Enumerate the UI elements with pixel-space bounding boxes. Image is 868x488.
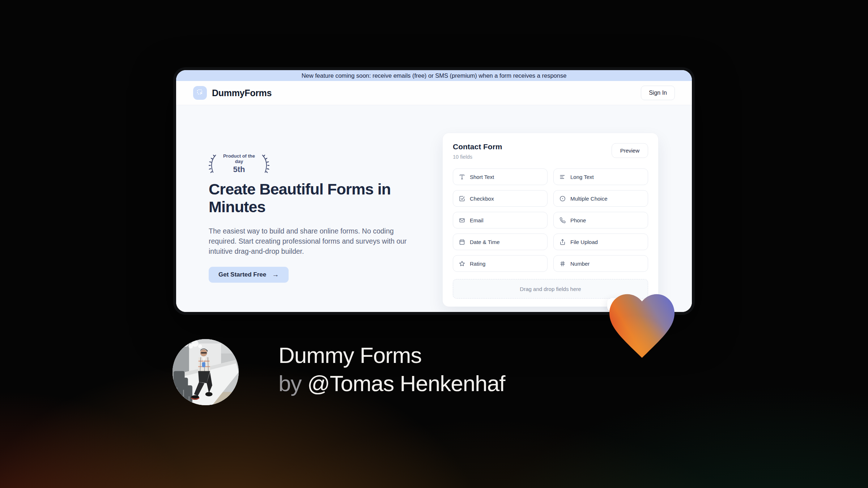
field-button-short-text[interactable]: Short Text	[453, 168, 548, 185]
caption: Dummy Forms by @Tomas Henkenhaf	[278, 341, 505, 398]
envelope-icon	[459, 217, 465, 223]
avatar	[173, 339, 239, 405]
star-icon	[459, 261, 465, 267]
arrow-right-icon: →	[272, 271, 279, 279]
avatar-photo	[173, 339, 239, 405]
phone-icon	[559, 217, 566, 223]
field-button-number[interactable]: Number	[553, 255, 648, 272]
heart-icon	[606, 293, 678, 359]
badge-line1: Product of the day	[219, 153, 259, 164]
field-button-multiple-choice[interactable]: Multiple Choice	[553, 190, 648, 207]
hero-section: Product of the day 5th Create Beautifu	[176, 105, 692, 312]
field-button-date-time[interactable]: Date & Time	[453, 234, 548, 250]
caption-byline: by @Tomas Henkenhaf	[278, 369, 505, 398]
byline-handle: @Tomas Henkenhaf	[307, 371, 505, 396]
get-started-button[interactable]: Get Started Free →	[209, 267, 289, 283]
field-button-email[interactable]: Email	[453, 212, 548, 228]
announcement-banner: New feature coming soon: receive emails …	[176, 70, 692, 81]
calendar-icon	[459, 239, 465, 245]
field-button-rating[interactable]: Rating	[453, 255, 548, 272]
long-text-icon	[559, 174, 566, 180]
checkbox-icon	[459, 196, 465, 202]
sign-in-button[interactable]: Sign In	[641, 86, 675, 100]
caption-title: Dummy Forms	[278, 341, 505, 369]
field-grid: Short Text Long Text Checkbox Multiple C…	[453, 168, 648, 272]
page-title: Create Beautiful Forms in Minutes	[209, 180, 411, 216]
badge-rank: 5th	[219, 165, 259, 174]
field-button-file-upload[interactable]: File Upload	[553, 234, 648, 250]
dashed-select-cursor-icon	[196, 88, 204, 98]
radio-icon	[559, 196, 566, 202]
field-button-phone[interactable]: Phone	[553, 212, 648, 228]
app-logo[interactable]	[193, 86, 207, 100]
short-text-icon	[459, 174, 465, 180]
byline-prefix: by	[278, 371, 301, 396]
hash-icon	[559, 261, 566, 267]
laurel-right-icon	[261, 154, 269, 174]
field-button-checkbox[interactable]: Checkbox	[453, 190, 548, 207]
laurel-left-icon	[209, 154, 217, 174]
preview-button[interactable]: Preview	[612, 143, 648, 158]
product-of-the-day-badge: Product of the day 5th	[209, 153, 269, 174]
form-builder-card: Contact Form 10 fields Preview Short Tex…	[442, 133, 659, 307]
app-header: DummyForms Sign In	[176, 81, 692, 105]
app-window: New feature coming soon: receive emails …	[176, 70, 692, 312]
browser-window: New feature coming soon: receive emails …	[173, 67, 695, 315]
brand-name[interactable]: DummyForms	[212, 88, 272, 98]
card-header: Contact Form 10 fields Preview	[453, 142, 648, 160]
field-button-long-text[interactable]: Long Text	[553, 168, 648, 185]
hero-description: The easiest way to build and share onlin…	[209, 226, 418, 256]
cta-label: Get Started Free	[218, 271, 266, 278]
upload-icon	[559, 239, 566, 245]
